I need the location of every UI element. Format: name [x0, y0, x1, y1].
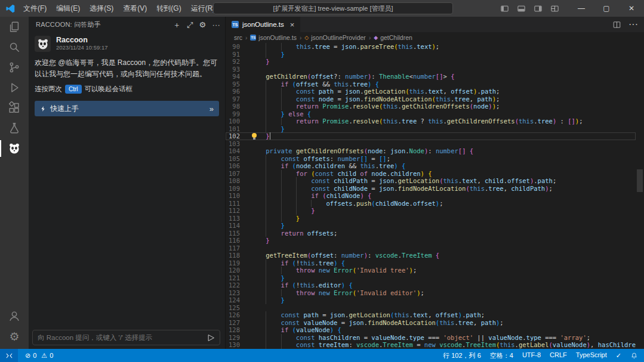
- send-icon[interactable]: [205, 332, 216, 343]
- code-text: throw new Error('Invalid tree');: [251, 267, 636, 274]
- editor-more-actions-icon[interactable]: ···: [628, 19, 638, 30]
- code-line-117[interactable]: 117: [226, 245, 636, 252]
- new-chat-icon[interactable]: ＋: [173, 21, 181, 29]
- code-line-114[interactable]: 114 }: [226, 222, 636, 230]
- activity-raccoon[interactable]: [0, 138, 29, 159]
- activity-extensions-icon[interactable]: [0, 98, 29, 118]
- problems-indicator[interactable]: ⊘ 0 ⚠ 0: [24, 352, 54, 360]
- toggle-panel-icon[interactable]: [517, 4, 526, 13]
- lightning-icon: [40, 105, 47, 113]
- code-line-94[interactable]: 94 getChildren(offset?: number): Thenabl…: [226, 73, 636, 81]
- code-line-119[interactable]: 119 if (!this.tree) {: [226, 259, 636, 267]
- nav-back-icon[interactable]: ←: [191, 4, 199, 13]
- code-line-112[interactable]: 112 }: [226, 207, 636, 215]
- command-center-search[interactable]: [扩展开发宿主] tree-view-sample [管理员]: [213, 2, 453, 14]
- code-line-93[interactable]: 93: [226, 66, 636, 73]
- chat-input[interactable]: [38, 334, 205, 341]
- code-line-111[interactable]: 111 offsets.push(childNode.offset);: [226, 200, 636, 208]
- editor-scrollbar[interactable]: [636, 43, 644, 349]
- code-line-124[interactable]: 124 }: [226, 296, 636, 304]
- more-actions-icon[interactable]: ···: [212, 21, 220, 29]
- activity-search-icon[interactable]: [0, 37, 29, 57]
- quickstart-button[interactable]: 快速上手 »: [35, 101, 219, 116]
- formatter-check-icon[interactable]: ✓: [616, 352, 621, 360]
- line-number: 93: [226, 66, 251, 73]
- code-text: return Promise.resolve(this.getChildrenO…: [251, 103, 636, 110]
- activity-account-icon[interactable]: [0, 306, 29, 326]
- activity-run-debug-icon[interactable]: [0, 78, 29, 98]
- expand-icon[interactable]: ⤢: [187, 21, 193, 29]
- menu-item-3[interactable]: 查看(V): [118, 0, 152, 17]
- maximize-button[interactable]: ▢: [594, 0, 619, 17]
- text-cursor: [270, 132, 271, 140]
- breadcrumb-item-3[interactable]: ◆getChildren: [374, 34, 412, 41]
- chevron-right-icon[interactable]: »: [209, 104, 214, 113]
- menu-item-2[interactable]: 选择(S): [85, 0, 118, 17]
- code-line-118[interactable]: 118 getTreeItem(offset: number): vscode.…: [226, 252, 636, 259]
- code-line-123[interactable]: 123 throw new Error('Invalid editor');: [226, 289, 636, 297]
- code-line-96[interactable]: 96 const path = json.getLocation(this.te…: [226, 88, 636, 95]
- code-line-108[interactable]: 108 const childPath = json.getLocation(t…: [226, 177, 636, 185]
- status-cursor-position[interactable]: 行 102，列 6: [443, 351, 481, 360]
- code-line-102[interactable]: 102 }: [226, 132, 636, 140]
- scrollbar-thumb[interactable]: [637, 169, 643, 192]
- code-line-92[interactable]: 92 }: [226, 58, 636, 66]
- code-line-130[interactable]: 130 const treeItem: vscode.TreeItem = ne…: [226, 341, 636, 349]
- code-line-115[interactable]: 115 return offsets;: [226, 230, 636, 237]
- code-line-107[interactable]: 107 for (const child of node.children) {: [226, 170, 636, 178]
- code-line-104[interactable]: 104 private getChildrenOffsets(node: jso…: [226, 147, 636, 155]
- code-line-127[interactable]: 127 const valueNode = json.findNodeAtLoc…: [226, 319, 636, 327]
- tab-jsonoutline[interactable]: TS jsonOutline.ts ×: [226, 17, 301, 32]
- code-line-129[interactable]: 129 const hasChildren = valueNode.type =…: [226, 334, 636, 342]
- code-line-99[interactable]: 99 } else {: [226, 110, 636, 118]
- code-text: }: [251, 51, 636, 58]
- activity-settings-icon[interactable]: ⚙: [0, 326, 29, 346]
- status-language-mode[interactable]: TypeScript: [576, 351, 607, 360]
- code-line-105[interactable]: 105 const offsets: number[] = [];: [226, 155, 636, 163]
- code-line-106[interactable]: 106 if (node.children && this.tree) {: [226, 162, 636, 170]
- code-line-113[interactable]: 113 }: [226, 215, 636, 222]
- code-line-97[interactable]: 97 const node = json.findNodeAtLocation(…: [226, 95, 636, 103]
- toggle-sidebar-left-icon[interactable]: [500, 4, 509, 13]
- lightbulb-icon[interactable]: [252, 133, 257, 138]
- tab-close-icon[interactable]: ×: [290, 20, 295, 29]
- code-text: return Promise.resolve(this.tree ? this.…: [251, 117, 636, 125]
- customize-layout-icon[interactable]: [550, 4, 559, 13]
- toggle-sidebar-right-icon[interactable]: [534, 4, 543, 13]
- status-encoding[interactable]: UTF-8: [522, 351, 541, 360]
- activity-source-control-icon[interactable]: [0, 57, 29, 78]
- code-line-122[interactable]: 122 if (!this.editor) {: [226, 281, 636, 289]
- notifications-bell-icon[interactable]: [630, 352, 638, 360]
- code-line-91[interactable]: 91 }: [226, 51, 636, 58]
- code-line-103[interactable]: 103: [226, 140, 636, 148]
- minimize-button[interactable]: —: [569, 0, 594, 17]
- code-text: const valueNode = json.findNodeAtLocatio…: [251, 319, 636, 327]
- close-button[interactable]: ✕: [619, 0, 644, 17]
- menu-item-4[interactable]: 转到(G): [152, 0, 186, 17]
- code-line-121[interactable]: 121 }: [226, 274, 636, 282]
- code-line-95[interactable]: 95 if (offset && this.tree) {: [226, 81, 636, 88]
- code-line-110[interactable]: 110 if (childNode) {: [226, 192, 636, 200]
- remote-indicator[interactable]: [0, 349, 18, 362]
- code-line-126[interactable]: 126 const path = json.getLocation(this.t…: [226, 311, 636, 319]
- code-line-128[interactable]: 128 if (valueNode) {: [226, 326, 636, 334]
- split-editor-icon[interactable]: [612, 20, 621, 29]
- code-line-116[interactable]: 116 }: [226, 237, 636, 245]
- status-indentation[interactable]: 空格：4: [490, 351, 513, 360]
- code-line-90[interactable]: 90 this.tree = json.parseTree(this.text)…: [226, 43, 636, 51]
- breadcrumb-item-1[interactable]: TSjsonOutline.ts: [250, 34, 297, 41]
- activity-test-icon[interactable]: [0, 118, 29, 138]
- breadcrumb-item-0[interactable]: src: [234, 34, 242, 41]
- code-line-98[interactable]: 98 return Promise.resolve(this.getChildr…: [226, 103, 636, 110]
- code-line-101[interactable]: 101 }: [226, 125, 636, 133]
- settings-gear-icon[interactable]: ⚙: [199, 21, 207, 29]
- activity-explorer-icon[interactable]: [0, 17, 29, 37]
- status-eol[interactable]: CRLF: [550, 351, 567, 360]
- code-line-120[interactable]: 120 throw new Error('Invalid tree');: [226, 267, 636, 274]
- menu-item-0[interactable]: 文件(F): [19, 0, 51, 17]
- code-line-100[interactable]: 100 return Promise.resolve(this.tree ? t…: [226, 117, 636, 125]
- code-line-109[interactable]: 109 const childNode = json.findNodeAtLoc…: [226, 185, 636, 193]
- breadcrumb-item-2[interactable]: ◇jsonOutlineProvider: [304, 34, 366, 41]
- menu-item-1[interactable]: 编辑(E): [51, 0, 85, 17]
- code-line-125[interactable]: 125: [226, 304, 636, 312]
